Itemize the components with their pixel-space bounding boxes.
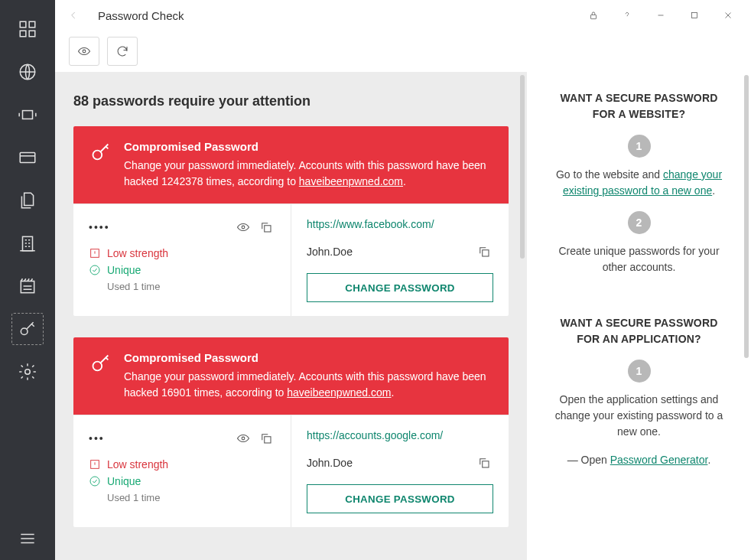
unique-badge: Unique — [89, 264, 275, 276]
svg-rect-6 — [20, 153, 35, 163]
account-user: John.Doe — [307, 246, 470, 258]
svg-rect-12 — [692, 13, 697, 18]
left-nav-rail — [0, 0, 55, 560]
password-mask: ••• — [89, 432, 229, 444]
svg-rect-25 — [483, 461, 489, 467]
svg-rect-0 — [20, 21, 26, 28]
svg-rect-8 — [21, 282, 34, 293]
window-titlebar: Password Check — [55, 0, 751, 31]
help-heading: WANT A SECURE PASSWORD FOR AN APPLICATIO… — [553, 315, 725, 347]
used-count: Used 1 time — [107, 281, 275, 292]
svg-rect-19 — [483, 250, 489, 256]
lock-button[interactable] — [577, 0, 610, 31]
key-alert-icon — [90, 353, 112, 376]
svg-rect-5 — [23, 111, 33, 119]
strength-badge: Low strength — [89, 458, 275, 470]
help-step-text: Go to the website and change your existi… — [553, 167, 725, 199]
help-step-text: Create unique passwords for your other a… — [553, 243, 725, 275]
maximize-button[interactable] — [678, 0, 711, 31]
nav-settings-icon[interactable] — [12, 357, 43, 387]
nav-media-icon[interactable] — [12, 99, 43, 130]
nav-key-icon[interactable] — [12, 314, 43, 344]
svg-point-15 — [242, 226, 245, 229]
step-number-icon: 1 — [628, 360, 651, 383]
help-heading: WANT A SECURE PASSWORD FOR A WEBSITE? — [553, 90, 725, 122]
key-alert-icon — [90, 142, 112, 165]
password-generator-link[interactable]: Password Generator — [610, 454, 708, 466]
account-url[interactable]: https://www.facebook.com/ — [307, 218, 493, 230]
password-card: Compromised Password Change your passwor… — [73, 337, 509, 527]
copy-user-icon[interactable] — [475, 243, 493, 261]
used-count: Used 1 time — [107, 492, 275, 503]
svg-rect-11 — [591, 15, 597, 18]
page-toolbar — [55, 31, 159, 72]
svg-rect-3 — [29, 31, 35, 37]
step-number-icon: 1 — [628, 135, 651, 158]
alert-text: Change your password immediately. Accoun… — [124, 158, 492, 190]
nav-card-icon[interactable] — [12, 142, 43, 173]
change-password-button[interactable]: CHANGE PASSWORD — [307, 484, 493, 513]
alert-title: Compromised Password — [124, 140, 492, 153]
svg-point-18 — [90, 265, 99, 275]
hibp-link[interactable]: haveibeenpwned.com — [287, 386, 391, 399]
svg-point-21 — [242, 437, 245, 440]
nav-documents-icon[interactable] — [12, 185, 43, 216]
main-scrollbar[interactable] — [520, 75, 525, 259]
reveal-icon[interactable] — [234, 429, 252, 448]
back-button[interactable] — [61, 3, 86, 28]
svg-rect-16 — [265, 226, 271, 232]
nav-menu-icon[interactable] — [12, 523, 43, 554]
step-number-icon: 2 — [628, 211, 651, 234]
strength-badge: Low strength — [89, 247, 275, 259]
svg-point-9 — [21, 328, 28, 335]
password-mask: •••• — [89, 221, 229, 233]
nav-globe-icon[interactable] — [12, 57, 43, 87]
help-block-website: WANT A SECURE PASSWORD FOR A WEBSITE? 1 … — [553, 86, 725, 311]
hibp-link[interactable]: haveibeenpwned.com — [299, 175, 403, 187]
page-title: Password Check — [98, 9, 184, 22]
reveal-icon[interactable] — [234, 218, 252, 236]
nav-dashboard-icon[interactable] — [12, 14, 43, 44]
svg-rect-2 — [20, 31, 26, 37]
reveal-passwords-button[interactable] — [69, 37, 99, 66]
copy-password-icon[interactable] — [257, 429, 275, 448]
copy-password-icon[interactable] — [257, 218, 275, 236]
password-card: Compromised Password Change your passwor… — [73, 126, 509, 316]
help-step-text: Open the application settings and change… — [553, 392, 725, 440]
svg-rect-1 — [29, 21, 35, 28]
account-url[interactable]: https://accounts.google.com/ — [307, 429, 493, 441]
refresh-button[interactable] — [107, 37, 138, 66]
help-sidebar: WANT A SECURE PASSWORD FOR A WEBSITE? 1 … — [527, 72, 751, 560]
compromised-alert: Compromised Password Change your passwor… — [73, 337, 509, 415]
compromised-alert: Compromised Password Change your passwor… — [73, 126, 509, 203]
close-button[interactable] — [711, 0, 745, 31]
nav-notes-icon[interactable] — [12, 271, 43, 301]
account-user: John.Doe — [307, 457, 470, 469]
alert-title: Compromised Password — [124, 351, 492, 364]
copy-user-icon[interactable] — [475, 454, 493, 472]
svg-point-24 — [90, 477, 99, 486]
help-footer-text: — Open Password Generator. — [553, 452, 725, 468]
svg-rect-7 — [23, 236, 33, 250]
unique-badge: Unique — [89, 475, 275, 487]
minimize-button[interactable] — [644, 0, 678, 31]
side-scrollbar[interactable] — [744, 75, 749, 358]
main-content: 88 passwords require your attention Comp… — [55, 72, 527, 560]
alert-text: Change your password immediately. Accoun… — [124, 369, 492, 401]
nav-building-icon[interactable] — [12, 228, 43, 259]
change-password-button[interactable]: CHANGE PASSWORD — [307, 273, 493, 302]
attention-heading: 88 passwords require your attention — [73, 72, 509, 126]
svg-point-10 — [25, 370, 31, 375]
help-block-application: WANT A SECURE PASSWORD FOR AN APPLICATIO… — [553, 311, 725, 503]
svg-point-13 — [83, 50, 86, 53]
svg-rect-22 — [265, 437, 271, 443]
help-button[interactable] — [610, 0, 644, 31]
